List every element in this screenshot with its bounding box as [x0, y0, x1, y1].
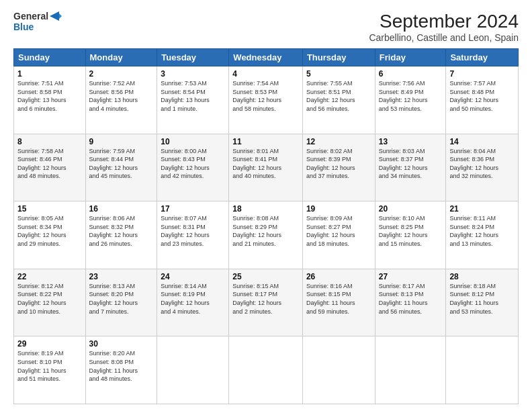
day-info: Sunrise: 8:03 AMSunset: 8:37 PMDaylight:…: [379, 147, 443, 181]
calendar-cell: 1Sunrise: 7:51 AMSunset: 8:58 PMDaylight…: [14, 66, 86, 134]
calendar-cell: 14Sunrise: 8:04 AMSunset: 8:36 PMDayligh…: [446, 134, 519, 201]
day-number: 25: [232, 272, 299, 281]
day-info: Sunrise: 8:16 AMSunset: 8:15 PMDaylight:…: [306, 282, 371, 316]
logo-bird-icon: [50, 11, 62, 21]
day-info: Sunrise: 7:59 AMSunset: 8:44 PMDaylight:…: [89, 147, 154, 181]
calendar-cell: 10Sunrise: 8:00 AMSunset: 8:43 PMDayligh…: [157, 134, 229, 201]
day-number: 8: [17, 137, 82, 146]
svg-marker-0: [50, 11, 59, 21]
day-number: 29: [17, 339, 82, 349]
calendar-cell: 9Sunrise: 7:59 AMSunset: 8:44 PMDaylight…: [85, 134, 157, 201]
day-info: Sunrise: 7:55 AMSunset: 8:51 PMDaylight:…: [306, 79, 371, 113]
day-number: 9: [89, 137, 154, 146]
calendar-cell: 8Sunrise: 7:58 AMSunset: 8:46 PMDaylight…: [14, 134, 86, 201]
calendar-cell: 16Sunrise: 8:06 AMSunset: 8:32 PMDayligh…: [85, 201, 157, 269]
calendar-week: 29Sunrise: 8:19 AMSunset: 8:10 PMDayligh…: [14, 336, 519, 404]
calendar-cell: 25Sunrise: 8:15 AMSunset: 8:17 PMDayligh…: [229, 269, 303, 336]
svg-marker-1: [59, 13, 62, 19]
page: General Blue September 2024 Carbellino, …: [0, 0, 532, 411]
day-number: 5: [306, 69, 371, 79]
day-info: Sunrise: 8:15 AMSunset: 8:17 PMDaylight:…: [232, 282, 299, 316]
main-title: September 2024: [369, 11, 519, 32]
day-number: 14: [449, 137, 515, 146]
calendar-week: 22Sunrise: 8:12 AMSunset: 8:22 PMDayligh…: [14, 269, 519, 336]
calendar-cell: 13Sunrise: 8:03 AMSunset: 8:37 PMDayligh…: [375, 134, 446, 201]
day-number: 13: [379, 137, 443, 146]
day-number: 23: [89, 272, 154, 281]
calendar-cell: 4Sunrise: 7:54 AMSunset: 8:53 PMDaylight…: [229, 66, 303, 134]
calendar-cell: 15Sunrise: 8:05 AMSunset: 8:34 PMDayligh…: [14, 201, 86, 269]
day-info: Sunrise: 8:05 AMSunset: 8:34 PMDaylight:…: [17, 214, 82, 248]
calendar-cell: 5Sunrise: 7:55 AMSunset: 8:51 PMDaylight…: [302, 66, 375, 134]
day-info: Sunrise: 8:19 AMSunset: 8:10 PMDaylight:…: [17, 349, 82, 383]
day-number: 20: [379, 204, 443, 214]
calendar-cell: 12Sunrise: 8:02 AMSunset: 8:39 PMDayligh…: [302, 134, 375, 201]
day-info: Sunrise: 8:08 AMSunset: 8:29 PMDaylight:…: [232, 214, 299, 248]
day-info: Sunrise: 7:58 AMSunset: 8:46 PMDaylight:…: [17, 147, 82, 181]
day-number: 26: [306, 272, 371, 281]
day-number: 17: [161, 204, 225, 214]
calendar-cell: [375, 336, 446, 404]
day-number: 15: [17, 204, 82, 214]
calendar-cell: 3Sunrise: 7:53 AMSunset: 8:54 PMDaylight…: [157, 66, 229, 134]
day-number: 12: [306, 137, 371, 146]
day-number: 2: [89, 69, 154, 79]
calendar-cell: 6Sunrise: 7:56 AMSunset: 8:49 PMDaylight…: [375, 66, 446, 134]
calendar-cell: [157, 336, 229, 404]
calendar-cell: 26Sunrise: 8:16 AMSunset: 8:15 PMDayligh…: [302, 269, 375, 336]
day-info: Sunrise: 8:18 AMSunset: 8:12 PMDaylight:…: [449, 282, 515, 316]
calendar-cell: 27Sunrise: 8:17 AMSunset: 8:13 PMDayligh…: [375, 269, 446, 336]
day-number: 1: [17, 69, 82, 79]
day-number: 4: [232, 69, 299, 79]
day-info: Sunrise: 7:53 AMSunset: 8:54 PMDaylight:…: [161, 79, 225, 113]
calendar-header: SundayMondayTuesdayWednesdayThursdayFrid…: [14, 49, 519, 66]
calendar-table: SundayMondayTuesdayWednesdayThursdayFrid…: [13, 48, 519, 404]
day-number: 6: [379, 69, 443, 79]
day-info: Sunrise: 8:09 AMSunset: 8:27 PMDaylight:…: [306, 214, 371, 248]
day-info: Sunrise: 8:00 AMSunset: 8:43 PMDaylight:…: [161, 147, 225, 181]
weekday-header: Thursday: [302, 49, 375, 66]
logo-blue: Blue: [13, 21, 34, 32]
day-number: 7: [449, 69, 515, 79]
day-info: Sunrise: 8:01 AMSunset: 8:41 PMDaylight:…: [232, 147, 299, 181]
calendar-cell: [302, 336, 375, 404]
weekday-header: Monday: [85, 49, 157, 66]
day-number: 19: [306, 204, 371, 214]
day-info: Sunrise: 8:06 AMSunset: 8:32 PMDaylight:…: [89, 214, 154, 248]
day-info: Sunrise: 7:54 AMSunset: 8:53 PMDaylight:…: [232, 79, 299, 113]
day-info: Sunrise: 8:07 AMSunset: 8:31 PMDaylight:…: [161, 214, 225, 248]
day-number: 18: [232, 204, 299, 214]
day-info: Sunrise: 8:11 AMSunset: 8:24 PMDaylight:…: [449, 214, 515, 248]
weekday-header: Sunday: [14, 49, 86, 66]
day-info: Sunrise: 8:02 AMSunset: 8:39 PMDaylight:…: [306, 147, 371, 181]
logo-general: General: [13, 11, 48, 21]
calendar-cell: 2Sunrise: 7:52 AMSunset: 8:56 PMDaylight…: [85, 66, 157, 134]
day-info: Sunrise: 8:13 AMSunset: 8:20 PMDaylight:…: [89, 282, 154, 316]
calendar-cell: 22Sunrise: 8:12 AMSunset: 8:22 PMDayligh…: [14, 269, 86, 336]
day-number: 28: [449, 272, 515, 281]
day-info: Sunrise: 7:56 AMSunset: 8:49 PMDaylight:…: [379, 79, 443, 113]
day-number: 10: [161, 137, 225, 146]
day-info: Sunrise: 8:04 AMSunset: 8:36 PMDaylight:…: [449, 147, 515, 181]
day-info: Sunrise: 8:10 AMSunset: 8:25 PMDaylight:…: [379, 214, 443, 248]
day-number: 16: [89, 204, 154, 214]
calendar-week: 1Sunrise: 7:51 AMSunset: 8:58 PMDaylight…: [14, 66, 519, 134]
calendar-cell: 29Sunrise: 8:19 AMSunset: 8:10 PMDayligh…: [14, 336, 86, 404]
calendar-cell: 17Sunrise: 8:07 AMSunset: 8:31 PMDayligh…: [157, 201, 229, 269]
day-number: 22: [17, 272, 82, 281]
day-info: Sunrise: 7:57 AMSunset: 8:48 PMDaylight:…: [449, 79, 515, 113]
day-number: 27: [379, 272, 443, 281]
calendar-cell: 30Sunrise: 8:20 AMSunset: 8:08 PMDayligh…: [85, 336, 157, 404]
calendar-cell: [446, 336, 519, 404]
day-info: Sunrise: 8:12 AMSunset: 8:22 PMDaylight:…: [17, 282, 82, 316]
day-info: Sunrise: 7:52 AMSunset: 8:56 PMDaylight:…: [89, 79, 154, 113]
day-info: Sunrise: 7:51 AMSunset: 8:58 PMDaylight:…: [17, 79, 82, 113]
calendar-cell: [229, 336, 303, 404]
day-number: 3: [161, 69, 225, 79]
day-info: Sunrise: 8:14 AMSunset: 8:19 PMDaylight:…: [161, 282, 225, 316]
calendar-cell: 23Sunrise: 8:13 AMSunset: 8:20 PMDayligh…: [85, 269, 157, 336]
day-number: 11: [232, 137, 299, 146]
weekday-header: Saturday: [446, 49, 519, 66]
day-number: 24: [161, 272, 225, 281]
day-info: Sunrise: 8:20 AMSunset: 8:08 PMDaylight:…: [89, 349, 154, 383]
